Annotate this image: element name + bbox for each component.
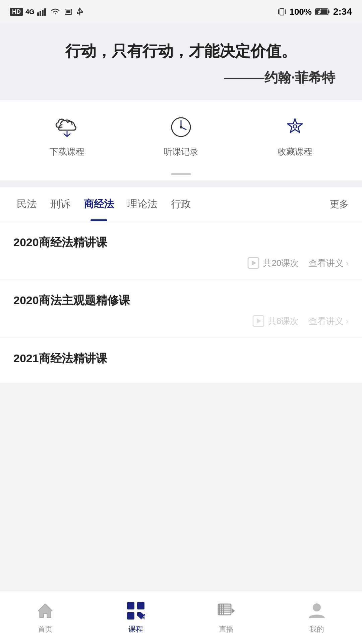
svg-rect-0 (37, 12, 39, 16)
tab-more-button[interactable]: 更多 (326, 188, 352, 221)
view-notes-button-2[interactable]: 查看讲义 › (309, 315, 349, 327)
play-icon-locked (252, 315, 264, 327)
svg-rect-3 (44, 8, 46, 16)
scroll-dot (171, 173, 191, 175)
lessons-count: 共20课次 (263, 257, 299, 269)
svg-point-23 (180, 126, 182, 128)
svg-marker-28 (257, 318, 261, 324)
status-bar: HD 4G 100% (0, 0, 362, 23)
star-icon (282, 114, 308, 141)
person-icon (307, 601, 327, 621)
usb-icon (76, 7, 83, 16)
quick-actions: 下载课程 听课记录 收藏课程 (0, 100, 362, 168)
nav-live[interactable]: 直播 (206, 597, 246, 638)
listen-history-button[interactable]: 听课记录 (164, 114, 198, 158)
time-display: 2:34 (333, 6, 352, 17)
download-cloud-icon (54, 114, 80, 141)
link-text: 查看讲义 (309, 315, 344, 327)
main-content: 行动，只有行动，才能决定价值。 ———约翰·菲希特 下载课程 (0, 23, 362, 590)
list-item: 2021商经法精讲课 (0, 337, 362, 383)
course-nav-label: 课程 (128, 624, 143, 634)
vibrate-icon (278, 7, 286, 16)
status-right-icons: 100% 2:34 (278, 6, 352, 17)
download-label: 下载课程 (50, 146, 84, 158)
svg-rect-5 (66, 10, 70, 13)
signal-4g: 4G (25, 8, 35, 16)
course-icon (126, 601, 146, 621)
course-title: 2020商法主观题精修课 (13, 293, 349, 308)
svg-rect-15 (328, 10, 329, 13)
battery-icon (315, 8, 330, 16)
svg-rect-10 (280, 8, 284, 15)
svg-point-46 (313, 603, 321, 611)
home-nav-label: 首页 (38, 624, 53, 634)
favorite-label: 收藏课程 (278, 146, 312, 158)
course-meta: 共8课次 查看讲义 › (13, 315, 349, 327)
status-left-icons: HD 4G (10, 7, 83, 16)
list-item: 2020商经法精讲课 共20课次 查看讲义 › (0, 221, 362, 279)
battery-percent: 100% (289, 7, 312, 17)
svg-rect-2 (42, 10, 44, 16)
svg-marker-26 (252, 260, 256, 266)
live-icon (216, 601, 236, 621)
quote-line1: 行动，只有行动，才能决定价值。 (13, 40, 349, 62)
scroll-indicator (0, 168, 362, 180)
course-meta: 共20课次 查看讲义 › (13, 257, 349, 269)
course-lessons: 共20课次 (247, 257, 299, 269)
tab-xingsu[interactable]: 刑诉 (44, 187, 77, 221)
lessons-count: 共8课次 (268, 315, 299, 327)
course-lessons: 共8课次 (252, 315, 299, 327)
header-banner: 行动，只有行动，才能决定价值。 ———约翰·菲希特 (0, 23, 362, 100)
wifi-icon (50, 8, 61, 16)
live-nav-label: 直播 (219, 624, 234, 634)
svg-rect-14 (316, 9, 327, 14)
svg-rect-29 (127, 602, 134, 609)
chevron-right-icon: › (346, 258, 349, 268)
play-icon (247, 257, 259, 269)
mine-nav-label: 我的 (309, 624, 324, 634)
tab-lilunfa[interactable]: 理论法 (121, 187, 164, 221)
section-divider (0, 180, 362, 187)
history-label: 听课记录 (164, 146, 198, 158)
nav-home[interactable]: 首页 (25, 597, 65, 638)
chip-icon (63, 8, 73, 16)
tab-shangjingfa[interactable]: 商经法 (77, 187, 121, 221)
home-icon (35, 601, 55, 621)
clock-icon (168, 114, 194, 141)
quote-author: ———约翰·菲希特 (13, 68, 349, 87)
svg-rect-31 (127, 612, 134, 620)
course-list: 2020商经法精讲课 共20课次 查看讲义 › 2020商法主观题精修课 (0, 221, 362, 383)
svg-rect-1 (40, 11, 41, 16)
svg-rect-30 (137, 602, 144, 609)
chevron-right-icon: › (346, 316, 349, 326)
signal-bars-icon (37, 8, 47, 16)
nav-mine[interactable]: 我的 (297, 597, 337, 638)
favorite-course-button[interactable]: 收藏课程 (278, 114, 312, 158)
bottom-nav: 首页 课程 (0, 590, 362, 644)
svg-marker-45 (232, 608, 235, 613)
nav-course[interactable]: 课程 (116, 597, 156, 638)
tab-xingzheng[interactable]: 行政 (164, 187, 198, 221)
svg-rect-7 (77, 12, 79, 14)
view-notes-button-1[interactable]: 查看讲义 › (309, 257, 349, 269)
list-item: 2020商法主观题精修课 共8课次 查看讲义 › (0, 279, 362, 337)
link-text: 查看讲义 (309, 257, 344, 269)
hd-badge: HD (10, 8, 23, 16)
svg-point-24 (293, 125, 297, 128)
tab-minfa[interactable]: 民法 (10, 187, 44, 221)
download-course-button[interactable]: 下载课程 (50, 114, 84, 158)
course-title: 2021商经法精讲课 (13, 351, 349, 366)
course-title: 2020商经法精讲课 (13, 235, 349, 250)
category-tabs: 民法 刑诉 商经法 理论法 行政 更多 (0, 187, 362, 221)
